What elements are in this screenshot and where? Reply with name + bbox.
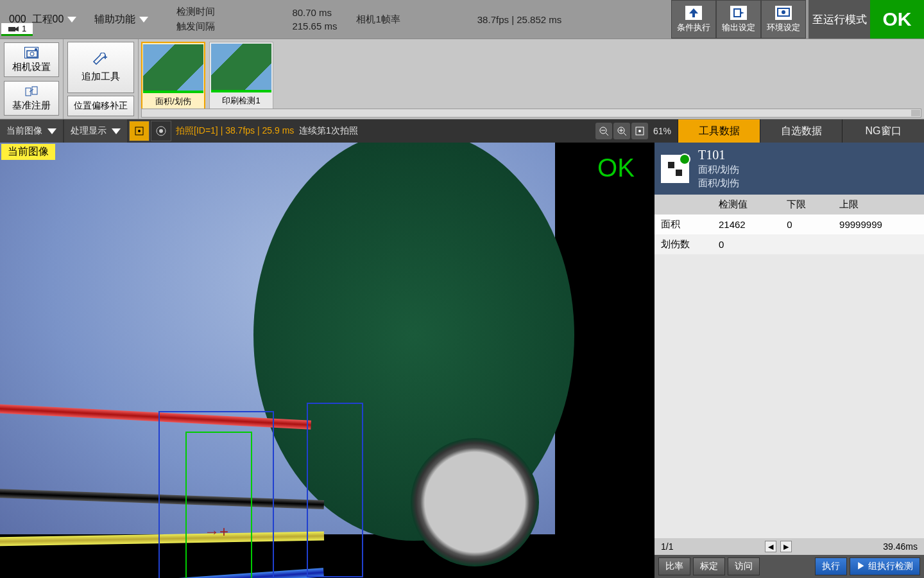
aperture-icon — [155, 125, 167, 137]
svg-point-20 — [638, 130, 641, 132]
zoom-out-button[interactable] — [595, 123, 612, 139]
zoom-fit-button[interactable] — [631, 123, 648, 139]
pager-next-button[interactable]: ▶ — [780, 541, 792, 552]
output-settings-button[interactable]: 输出设定 — [716, 0, 761, 39]
camera-settings-label: 相机设置 — [12, 61, 51, 73]
svg-rect-12 — [32, 87, 37, 94]
thumbnail-image — [211, 44, 271, 92]
camera-rate-value: 38.7fps | 25.852 ms — [477, 14, 561, 25]
register-reference-label: 基准注册 — [12, 100, 51, 112]
result-table: 检测值 下限 上限 面积 21462 0 99999999 划伤数 0 — [654, 195, 924, 254]
image-source-dropdown[interactable]: 当前图像 — [0, 119, 63, 143]
condition-icon — [685, 6, 702, 20]
detect-time-label: 检测时间 — [176, 6, 215, 18]
roi-secondary-box[interactable] — [307, 403, 363, 577]
viewer-label: 当前图像 — [1, 144, 55, 160]
chevron-down-icon — [139, 17, 148, 22]
tab-tool-data[interactable]: 工具数据 — [678, 119, 760, 143]
detect-time-value: 80.70 ms — [292, 7, 337, 18]
svg-marker-5 — [740, 12, 744, 14]
trigger-interval-value: 215.65 ms — [292, 21, 337, 31]
thumbnail-scrollbar[interactable] — [141, 109, 921, 118]
position-compensation-button[interactable]: 位置偏移补正 — [67, 96, 134, 116]
svg-marker-1 — [15, 26, 19, 31]
svg-point-16 — [159, 129, 163, 133]
result-ok-overlay: OK — [578, 143, 654, 193]
col-upper-limit: 上限 — [833, 195, 924, 215]
env-settings-label: 环境设定 — [767, 22, 800, 33]
pager-bar: 1/1 ◀ ▶ 39.46ms — [654, 538, 924, 555]
pager-position: 1/1 — [661, 541, 673, 552]
svg-rect-0 — [8, 27, 15, 31]
add-tool-button[interactable]: 追加工具 — [67, 42, 134, 93]
tool-thumbnail-1[interactable]: 面积/划伤 — [141, 42, 205, 111]
tool-header: T101 面积/划伤 面积/划伤 — [654, 143, 924, 195]
condition-exec-button[interactable]: 条件执行 — [671, 0, 716, 39]
pager-prev-button[interactable]: ◀ — [765, 541, 776, 552]
camera-settings-icon — [24, 47, 38, 58]
zoom-in-button[interactable] — [613, 123, 630, 139]
add-tool-label: 追加工具 — [81, 71, 120, 83]
tool-ribbon: 相机设置 基准注册 追加工具 位置偏移补正 面积/划伤 印刷检测1 — [0, 39, 924, 119]
tool-thumbnail-strip: 面积/划伤 印刷检测1 — [139, 39, 924, 119]
calibrate-button[interactable]: 标定 — [693, 557, 725, 575]
tab-custom-data[interactable]: 自选数据 — [760, 119, 842, 143]
execute-button[interactable]: 执行 — [815, 557, 847, 575]
register-reference-button[interactable]: 基准注册 — [4, 81, 59, 116]
camera-icon — [8, 25, 19, 33]
pcb-image — [0, 143, 555, 534]
app-header: 000_工程00 辅助功能 1 检测时间 触发间隔 80.70 ms 215.6… — [0, 0, 924, 39]
svg-rect-3 — [692, 13, 695, 17]
viewer-control-bar: 当前图像 处理显示 拍照[ID=1] | 38.7fps | 25.9 ms 连… — [0, 119, 924, 143]
main-area: 当前图像 →+ OK T101 面积/划伤 面积/划伤 — [0, 143, 924, 578]
capture-button[interactable] — [151, 121, 171, 141]
svg-rect-4 — [734, 9, 740, 17]
crosshair-marker: →+ — [204, 523, 228, 541]
zoom-in-icon — [617, 126, 627, 136]
process-display-label: 处理显示 — [71, 125, 107, 137]
access-button[interactable]: 访问 — [728, 557, 760, 575]
chevron-down-icon — [112, 128, 121, 134]
tool-thumbnail-2[interactable]: 印刷检测1 — [209, 42, 273, 110]
zoom-percent: 61% — [649, 126, 675, 136]
process-display-dropdown[interactable]: 处理显示 — [64, 119, 127, 143]
svg-point-7 — [782, 10, 785, 14]
roi-inner-box[interactable] — [185, 432, 252, 578]
output-icon — [730, 6, 747, 20]
fit-icon — [635, 126, 645, 136]
svg-marker-2 — [689, 8, 698, 13]
svg-rect-22 — [676, 170, 682, 176]
svg-point-14 — [138, 130, 141, 132]
ratio-button[interactable]: 比率 — [658, 557, 690, 575]
register-icon — [24, 85, 38, 97]
thumbnail-label: 印刷检测1 — [222, 94, 260, 109]
image-source-label: 当前图像 — [6, 125, 42, 137]
tab-ng-window[interactable]: NG窗口 — [842, 119, 924, 143]
monitor-gear-icon — [775, 6, 792, 20]
aux-function-dropdown[interactable]: 辅助功能 — [89, 10, 153, 29]
table-row: 面积 21462 0 99999999 — [654, 215, 924, 234]
run-mode-button[interactable]: 至运行模式 — [809, 0, 870, 39]
svg-point-9 — [30, 52, 34, 56]
camera-settings-button[interactable]: 相机设置 — [4, 42, 59, 77]
chevron-down-icon — [47, 128, 56, 134]
svg-rect-21 — [668, 162, 674, 168]
target-icon — [133, 125, 145, 137]
overlay-toggle-button[interactable] — [129, 121, 150, 141]
group-execute-button[interactable]: ▶ 组执行检测 — [850, 557, 920, 575]
image-viewer[interactable]: 当前图像 →+ OK — [0, 143, 654, 578]
data-panel: T101 面积/划伤 面积/划伤 检测值 下限 上限 面积 21462 0 99… — [654, 143, 924, 578]
capture-status-text: 拍照[ID=1] | 38.7fps | 25.9 ms 连续第1次拍照 — [172, 125, 362, 137]
env-settings-button[interactable]: 环境设定 — [761, 0, 806, 39]
svg-point-10 — [35, 48, 37, 51]
col-detect-value: 检测值 — [712, 195, 780, 215]
pager-time: 39.46ms — [883, 541, 918, 552]
camera-rate-label: 相机1帧率 — [356, 13, 400, 26]
trigger-interval-label: 触发间隔 — [176, 21, 215, 33]
status-ok-indicator: OK — [870, 0, 924, 39]
condition-exec-label: 条件执行 — [677, 22, 710, 33]
thumbnail-image — [143, 44, 203, 93]
thumbnail-label: 面积/划伤 — [155, 94, 191, 110]
zoom-out-icon — [599, 126, 609, 136]
camera-tab-1[interactable]: 1 — [1, 23, 33, 36]
